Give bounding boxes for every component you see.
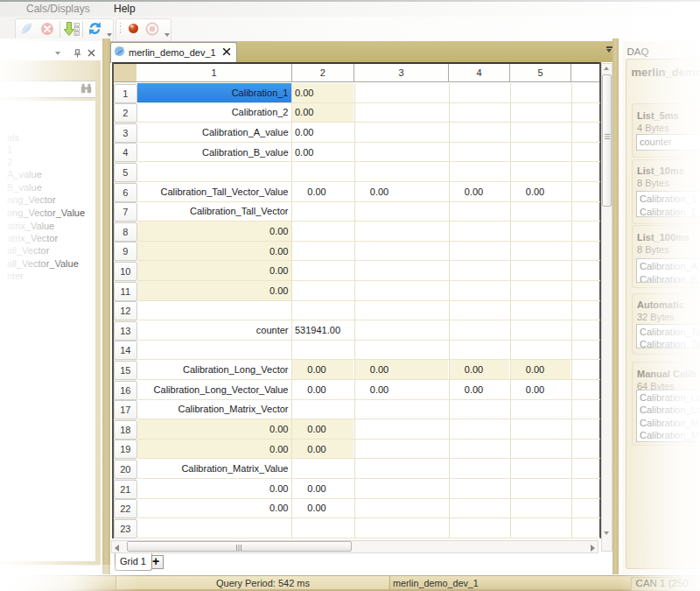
svg-text:01: 01 [75,32,79,35]
svg-text:01: 01 [75,27,79,31]
svg-text:01: 01 [75,23,79,26]
